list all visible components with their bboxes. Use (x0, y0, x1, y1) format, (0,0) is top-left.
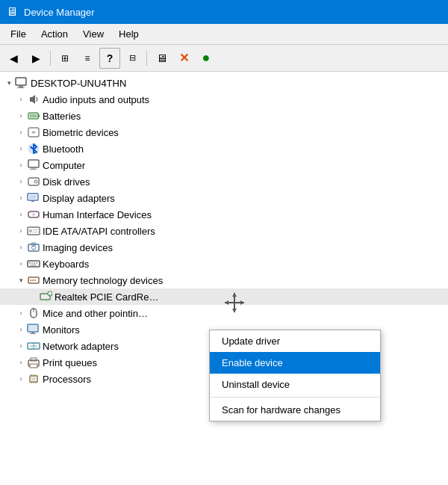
tree-row-display[interactable]: Display adapters (0, 190, 448, 206)
monitors-icon (27, 323, 40, 336)
tree-row-disk[interactable]: Disk drives (0, 173, 448, 190)
realtek-icon: + (39, 290, 52, 303)
tree-row-keyboards[interactable]: Keyboards (0, 256, 448, 272)
monitors-label: Monitors (43, 324, 80, 336)
mice-icon (27, 306, 40, 320)
processors-expander[interactable] (15, 373, 27, 385)
print-expander[interactable] (15, 356, 27, 368)
svg-rect-0 (16, 78, 26, 85)
disk-expander[interactable] (15, 176, 27, 188)
detail-button[interactable]: ⊟ (122, 48, 143, 69)
computer-label: Computer (43, 160, 85, 171)
back-button[interactable]: ◀ (3, 48, 24, 69)
bluetooth-expander[interactable] (15, 143, 27, 155)
imaging-expander[interactable] (15, 241, 27, 253)
tree-row-root[interactable]: DESKTOP-UNU4THN (0, 75, 448, 91)
tree-row-memory[interactable]: Memory technology devices (0, 272, 448, 288)
network-label: Network adapters (43, 341, 119, 352)
toolbar-separator-1 (50, 51, 51, 66)
monitor-button[interactable]: 🖥 (151, 48, 172, 69)
tree-row-mice[interactable]: Mice and other pointin… (0, 305, 448, 321)
imaging-icon (27, 241, 40, 254)
memory-expander[interactable] (15, 274, 27, 286)
svg-point-25 (32, 246, 36, 250)
tree-row-biometric[interactable]: Biometric devices (0, 124, 448, 140)
svg-rect-49 (30, 364, 37, 368)
tree-row-bluetooth[interactable]: Bluetooth (0, 140, 448, 157)
svg-marker-3 (30, 95, 35, 104)
title-bar: 🖥 Device Manager (0, 0, 448, 24)
svg-rect-28 (29, 262, 31, 264)
imaging-label: Imaging devices (43, 242, 113, 253)
forward-button[interactable]: ▶ (25, 48, 46, 69)
tree-row-hid[interactable]: Human Interface Devices (0, 206, 448, 223)
biometric-expander[interactable] (15, 126, 27, 138)
context-menu-enable-device[interactable]: Enable device (210, 352, 380, 374)
svg-point-19 (33, 214, 35, 216)
tree-row-computer[interactable]: Computer (0, 157, 448, 173)
update-driver-toolbar-button[interactable]: ● (196, 48, 217, 69)
hid-icon (27, 208, 40, 221)
context-menu-uninstall-device[interactable]: Uninstall device (210, 374, 380, 395)
processors-icon (27, 372, 40, 386)
keyboards-label: Keyboards (43, 259, 89, 270)
menu-view[interactable]: View (75, 25, 111, 43)
mice-expander[interactable] (15, 307, 27, 319)
content-area: DESKTOP-UNU4THN Audio inputs and outputs… (0, 72, 448, 485)
title-bar-title: Device Manager (24, 7, 95, 18)
svg-rect-51 (31, 377, 36, 380)
ide-icon (27, 224, 40, 238)
svg-rect-16 (29, 195, 37, 199)
help-button[interactable]: ? (99, 48, 120, 69)
audio-expander[interactable] (15, 93, 27, 105)
menu-action[interactable]: Action (34, 25, 75, 43)
svg-rect-9 (28, 160, 39, 167)
batteries-label: Batteries (43, 111, 81, 122)
svg-rect-22 (33, 229, 38, 230)
tree-row-ide[interactable]: IDE ATA/ATAPI controllers (0, 223, 448, 239)
menu-file[interactable]: File (3, 25, 34, 43)
display-icon (27, 191, 40, 205)
keyboards-icon (27, 257, 40, 271)
display-expander[interactable] (15, 192, 27, 204)
computer-node-icon (27, 158, 40, 172)
menu-help[interactable]: Help (111, 25, 146, 43)
monitors-expander[interactable] (15, 324, 27, 336)
ide-label: IDE ATA/ATAPI controllers (43, 226, 155, 237)
disk-label: Disk drives (43, 176, 90, 188)
tree-view-button[interactable]: ⊞ (55, 48, 75, 69)
menu-bar: File Action View Help (0, 24, 448, 45)
svg-rect-23 (33, 232, 38, 232)
scan-hardware-button[interactable]: ✕ (173, 48, 194, 69)
bluetooth-label: Bluetooth (43, 143, 84, 155)
svg-rect-10 (31, 167, 35, 169)
context-menu-update-driver[interactable]: Update driver (210, 330, 380, 352)
batteries-expander[interactable] (15, 110, 27, 122)
svg-rect-1 (19, 86, 23, 87)
network-expander[interactable] (15, 340, 27, 352)
svg-rect-2 (17, 87, 25, 88)
audio-label: Audio inputs and outputs (43, 94, 149, 105)
root-expander[interactable] (3, 77, 15, 89)
context-menu-scan-changes[interactable]: Scan for hardware changes (210, 399, 380, 421)
computer-expander[interactable] (15, 159, 27, 171)
svg-rect-11 (30, 169, 37, 170)
hid-expander[interactable] (15, 208, 27, 220)
ide-expander[interactable] (15, 225, 27, 237)
network-icon (27, 339, 40, 353)
tree-row-realtek[interactable]: + Realtek PCIE CardRe… (0, 288, 448, 305)
battery-icon (27, 109, 40, 123)
computer-icon (15, 76, 28, 90)
toolbar-separator-2 (146, 51, 147, 66)
list-button[interactable]: ≡ (77, 48, 98, 69)
audio-icon (27, 93, 40, 106)
keyboards-expander[interactable] (15, 258, 27, 270)
root-label: DESKTOP-UNU4THN (31, 78, 126, 89)
svg-rect-45 (30, 333, 36, 334)
tree-row-batteries[interactable]: Batteries (0, 108, 448, 124)
title-bar-icon: 🖥 (6, 5, 18, 19)
svg-rect-34 (30, 279, 31, 281)
svg-rect-44 (31, 332, 34, 333)
tree-row-imaging[interactable]: Imaging devices (0, 239, 448, 256)
tree-row-audio[interactable]: Audio inputs and outputs (0, 91, 448, 108)
